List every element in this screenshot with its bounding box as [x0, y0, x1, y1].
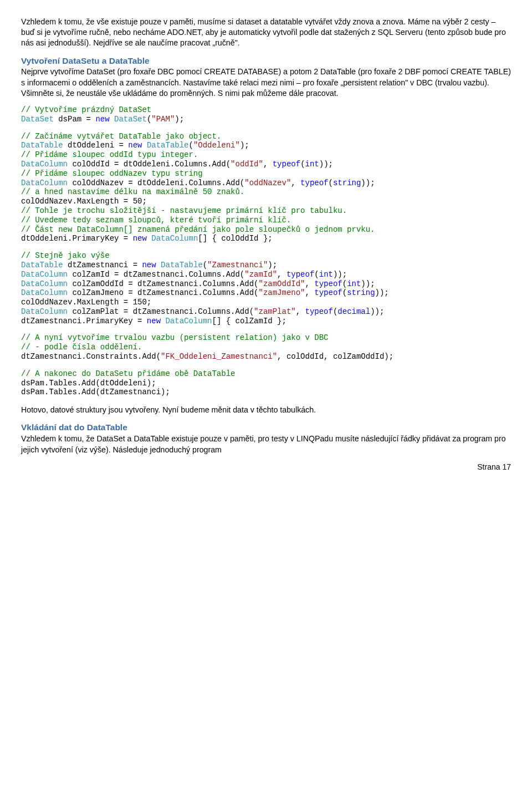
page-footer: Strana 17	[21, 462, 511, 472]
code-keyword: typeof	[314, 288, 342, 297]
code-text	[110, 115, 114, 124]
code-string: "zamId"	[244, 270, 277, 279]
closing-paragraph-1: Hotovo, datové struktury jsou vytvořeny.…	[21, 405, 511, 415]
code-text: (	[314, 270, 319, 279]
code-text: (	[300, 160, 305, 169]
code-comment: // Tohle je trochu složitější - nastavuj…	[21, 206, 347, 215]
code-comment: // Uvedeme tedy seznam sloupců, které tv…	[21, 216, 291, 225]
code-text	[142, 141, 146, 150]
code-string: "Zamestnanci"	[207, 261, 268, 269]
code-comment: // Přidáme sloupec oddId typu integer.	[21, 150, 198, 159]
code-type: DataTable	[161, 261, 203, 269]
code-text: dtZamestnanci.Constraints.Add(	[21, 352, 161, 361]
code-text: ));	[319, 160, 333, 169]
code-string: "PAM"	[151, 115, 175, 124]
code-string: "zamJmeno"	[258, 288, 305, 297]
code-text: );	[268, 261, 277, 269]
code-keyword: int	[305, 160, 319, 169]
code-text: colOddNazev.MaxLength = 150;	[21, 298, 151, 307]
section-heading-2: Vkládání dat do DataTable	[21, 422, 511, 434]
code-comment: // - podle čísla oddělení.	[21, 343, 142, 352]
code-keyword: typeof	[300, 179, 328, 187]
code-text: colZamJmeno = dtZamestnanci.Columns.Add(	[68, 288, 258, 297]
code-keyword: new	[142, 261, 156, 269]
code-string: "oddNazev"	[244, 179, 291, 187]
code-string: "zamPlat"	[254, 307, 296, 316]
code-text: colOddId = dtOddeleni.Columns.Add(	[68, 160, 231, 169]
code-text: ,	[263, 160, 273, 169]
code-text: ,	[305, 279, 315, 288]
code-text: colOddNazev = dtOddeleni.Columns.Add(	[68, 179, 244, 187]
code-string: "zamOddId"	[258, 279, 305, 288]
code-type: DataTable	[147, 141, 189, 150]
code-comment: // Vytvoříme prázdný DataSet	[21, 105, 151, 114]
code-type: DataTable	[21, 141, 63, 150]
code-comment: // a hned nastavíme délku na maximálně 5…	[21, 187, 244, 196]
code-block-2: // Začínáme vytvářet DataTable jako obje…	[21, 132, 511, 244]
code-type: DataColumn	[21, 160, 68, 169]
code-type: DataTable	[21, 261, 63, 269]
code-text: );	[175, 115, 184, 124]
code-string: "oddId"	[231, 160, 263, 169]
code-type: DataColumn	[21, 307, 68, 316]
code-keyword: typeof	[287, 270, 314, 279]
code-block-1: // Vytvoříme prázdný DataSet DataSet dsP…	[21, 105, 511, 124]
code-comment: // A nakonec do DataSetu přidáme obě Dat…	[21, 369, 235, 378]
code-type: DataColumn	[21, 179, 68, 187]
code-type: DataColumn	[21, 270, 68, 279]
code-type: DataColumn	[21, 288, 68, 297]
code-keyword: string	[347, 288, 375, 297]
code-string: "Oddeleni"	[193, 141, 240, 150]
code-text: dsPam =	[54, 115, 96, 124]
code-text: [] { colOddId };	[198, 234, 272, 243]
code-type: DataSet	[114, 115, 147, 124]
code-keyword: typeof	[314, 279, 342, 288]
code-text: (	[342, 288, 347, 297]
code-comment: // Přidáme sloupec oddNazev typu string	[21, 169, 203, 178]
code-text: dtOddeleni.PrimaryKey =	[21, 234, 133, 243]
code-keyword: new	[128, 141, 142, 150]
code-string: "FK_Oddeleni_Zamestnanci"	[161, 352, 277, 361]
section-heading-1: Vytvoření DataSetu a DataTable	[21, 55, 511, 67]
code-block-4: // A nyní vytvoříme trvalou vazbu (persi…	[21, 333, 511, 361]
code-keyword: string	[333, 179, 361, 187]
code-type: DataSet	[21, 115, 54, 124]
code-keyword: typeof	[305, 307, 333, 316]
code-text: (	[189, 141, 193, 150]
code-type: DataColumn	[151, 234, 198, 243]
code-text: );	[240, 141, 249, 150]
code-text: (	[329, 179, 333, 187]
code-text: ));	[361, 279, 375, 288]
code-text	[156, 261, 161, 269]
code-text: dtOddeleni =	[63, 141, 129, 150]
code-text: (	[342, 279, 347, 288]
intro-paragraph: Vzhledem k tomu, že vše existuje pouze v…	[21, 17, 511, 49]
code-text: , colOddId, colZamOddId);	[277, 352, 393, 361]
code-text: colOddNazev.MaxLength = 50;	[21, 197, 147, 206]
code-text: ));	[375, 288, 389, 297]
code-text	[147, 234, 151, 243]
code-keyword: typeof	[273, 160, 300, 169]
code-keyword: int	[319, 270, 333, 279]
code-keyword: new	[95, 115, 109, 124]
code-text: colZamOddId = dtZamestnanci.Columns.Add(	[68, 279, 258, 288]
code-text: dtZamestnanci =	[63, 261, 142, 269]
code-keyword: decimal	[337, 307, 370, 316]
code-text: ,	[277, 270, 287, 279]
code-keyword: new	[133, 234, 147, 243]
heading1-body: Nejprve vytvoříme DataSet (pro foxaře DB…	[21, 67, 511, 99]
code-text: dsPam.Tables.Add(dtZamestnanci);	[21, 388, 170, 396]
code-text: ,	[296, 307, 305, 316]
code-text: (	[203, 261, 207, 269]
code-keyword: new	[147, 317, 161, 325]
code-text: dsPam.Tables.Add(dtOddeleni);	[21, 379, 156, 388]
code-text: colZamId = dtZamestnanci.Columns.Add(	[68, 270, 244, 279]
heading2-body: Vzhledem k tomu, že DataSet a DataTable …	[21, 434, 511, 455]
code-block-3: // Stejně jako výše DataTable dtZamestna…	[21, 251, 511, 325]
code-type: DataColumn	[21, 279, 68, 288]
code-text: ,	[291, 179, 300, 187]
code-text: [] { colZamId };	[212, 317, 286, 325]
code-text: colZamPlat = dtZamestnanci.Columns.Add(	[68, 307, 254, 316]
code-keyword: int	[347, 279, 361, 288]
code-comment: // Začínáme vytvářet DataTable jako obje…	[21, 132, 221, 141]
